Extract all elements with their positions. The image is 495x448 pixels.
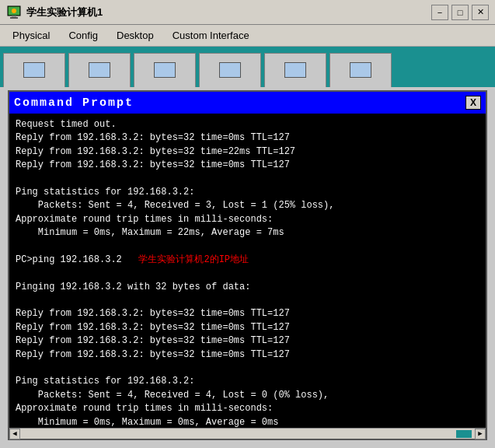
device-tab-icon-4	[284, 62, 306, 78]
cmd-line-5: Ping statistics for 192.168.3.2:	[16, 186, 479, 199]
computer-icon	[6, 5, 22, 20]
cmd-line-8: Minimum = 0ms, Maximum = 22ms, Average =…	[16, 226, 479, 240]
horizontal-scrollbar[interactable]: ◀ ▶	[9, 428, 486, 439]
cmd-line-14: Reply from 192.168.3.2: bytes=32 time=0m…	[16, 321, 479, 334]
device-tab-5[interactable]	[329, 53, 392, 87]
window-title: 学生实验计算机1	[26, 5, 103, 19]
device-tab-4[interactable]	[264, 53, 326, 87]
scroll-left-arrow[interactable]: ◀	[9, 429, 20, 439]
title-bar-controls: − □ ✕	[431, 5, 489, 20]
cmd-line-18: Ping statistics for 192.168.3.2:	[16, 375, 479, 388]
cmd-line-21: Minimum = 0ms, Maximum = 0ms, Average = …	[16, 416, 479, 428]
cmd-line-19: Packets: Sent = 4, Received = 4, Lost = …	[16, 389, 479, 402]
device-tab-icon-1	[89, 62, 110, 78]
device-tab-icon-2	[154, 62, 176, 78]
cmd-body[interactable]: Request timed out. Reply from 192.168.3.…	[9, 114, 486, 428]
svg-rect-2	[12, 16, 16, 17]
scrollbar-track[interactable]	[23, 430, 472, 438]
cmd-line-1: Reply from 192.168.3.2: bytes=32 time=0m…	[16, 131, 479, 145]
scrollbar-thumb[interactable]	[456, 430, 472, 438]
cmd-line-17	[16, 362, 479, 375]
device-tab-icon-5	[350, 62, 371, 78]
title-bar-left: 学生实验计算机1	[6, 5, 103, 20]
cmd-line-0: Request timed out.	[16, 118, 479, 131]
cmd-line-6: Packets: Sent = 4, Received = 3, Lost = …	[16, 199, 479, 212]
menu-item-custom[interactable]: Custom Interface	[163, 26, 259, 44]
ping-comment: 学生实验计算机2的IP地址	[138, 254, 249, 265]
svg-point-4	[12, 9, 16, 13]
device-tab-3[interactable]	[199, 53, 261, 87]
ping-command-prefix: PC>ping 192.168.3.2	[16, 254, 138, 265]
device-tab-1[interactable]	[68, 53, 131, 87]
cmd-close-button[interactable]: X	[465, 96, 481, 110]
device-tab-0[interactable]	[3, 53, 65, 87]
cmd-line-7: Approximate round trip times in milli-se…	[16, 213, 479, 226]
cmd-line-4	[16, 173, 479, 186]
scroll-right-arrow[interactable]: ▶	[475, 429, 486, 439]
menu-bar: Physical Config Desktop Custom Interface	[0, 25, 495, 47]
device-tab-icon-0	[23, 62, 45, 78]
device-tab-2[interactable]	[134, 53, 196, 87]
restore-button[interactable]: □	[451, 5, 469, 20]
cmd-line-16: Reply from 192.168.3.2: bytes=32 time=0m…	[16, 348, 479, 362]
cmd-line-2: Reply from 192.168.3.2: bytes=32 time=22…	[16, 145, 479, 159]
menu-item-config[interactable]: Config	[59, 26, 107, 44]
cmd-line-12	[16, 294, 479, 307]
svg-rect-3	[10, 17, 18, 19]
cmd-line-3: Reply from 192.168.3.2: bytes=32 time=0m…	[16, 159, 479, 172]
minimize-button[interactable]: −	[431, 5, 448, 20]
cmd-line-11: Pinging 192.168.3.2 with 32 bytes of dat…	[16, 281, 479, 294]
device-tabs-bar	[0, 47, 495, 87]
menu-item-physical[interactable]: Physical	[3, 26, 59, 44]
menu-item-desktop[interactable]: Desktop	[107, 26, 163, 44]
cmd-titlebar: Command Prompt X	[9, 92, 486, 114]
main-content-area: Command Prompt X Request timed out. Repl…	[0, 87, 495, 448]
cmd-title-text: Command Prompt	[14, 96, 134, 110]
device-tab-icon-3	[219, 62, 241, 78]
cmd-line-15: Reply from 192.168.3.2: bytes=32 time=0m…	[16, 334, 479, 348]
title-bar: 学生实验计算机1 − □ ✕	[0, 0, 495, 25]
cmd-line-13: Reply from 192.168.3.2: bytes=32 time=0m…	[16, 307, 479, 320]
cmd-line-ping: PC>ping 192.168.3.2 学生实验计算机2的IP地址	[16, 254, 479, 267]
cmd-line-10	[16, 267, 479, 280]
command-prompt-window: Command Prompt X Request timed out. Repl…	[8, 90, 487, 440]
cmd-line-20: Approximate round trip times in milli-se…	[16, 402, 479, 415]
cmd-line-9	[16, 240, 479, 254]
close-button[interactable]: ✕	[472, 5, 489, 20]
